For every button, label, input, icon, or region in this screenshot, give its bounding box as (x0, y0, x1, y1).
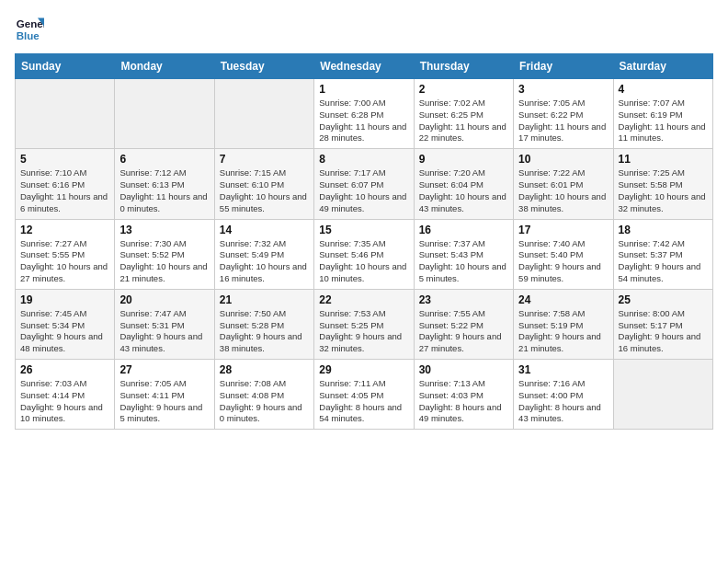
calendar-cell: 31Sunrise: 7:16 AMSunset: 4:00 PMDayligh… (514, 360, 613, 430)
sunrise-text: Sunrise: 7:02 AM (419, 98, 508, 109)
day-number: 12 (20, 224, 109, 236)
calendar-cell: 16Sunrise: 7:37 AMSunset: 5:43 PMDayligh… (414, 219, 513, 289)
daylight-text: Daylight: 10 hours and 21 minutes. (119, 261, 209, 285)
calendar-week-row: 26Sunrise: 7:03 AMSunset: 4:14 PMDayligh… (16, 360, 713, 430)
sunrise-text: Sunrise: 7:08 AM (220, 378, 309, 390)
calendar-cell (214, 79, 313, 149)
daylight-text: Daylight: 10 hours and 38 minutes. (518, 191, 608, 215)
day-info: Sunrise: 7:32 AMSunset: 5:49 PMDaylight:… (220, 238, 309, 285)
day-info: Sunrise: 7:08 AMSunset: 4:08 PMDaylight:… (220, 378, 309, 425)
sunset-text: Sunset: 5:43 PM (419, 249, 508, 261)
calendar-cell (16, 79, 115, 149)
day-number: 2 (419, 83, 508, 96)
day-info: Sunrise: 7:37 AMSunset: 5:43 PMDaylight:… (419, 238, 508, 285)
day-number: 5 (20, 153, 109, 166)
day-info: Sunrise: 7:02 AMSunset: 6:25 PMDaylight:… (419, 98, 508, 144)
sunrise-text: Sunrise: 7:47 AM (119, 308, 209, 320)
daylight-text: Daylight: 11 hours and 6 minutes. (20, 191, 109, 215)
sunset-text: Sunset: 5:52 PM (119, 249, 209, 261)
sunrise-text: Sunrise: 7:35 AM (319, 238, 408, 250)
day-info: Sunrise: 7:45 AMSunset: 5:34 PMDaylight:… (20, 308, 109, 355)
calendar-cell: 22Sunrise: 7:53 AMSunset: 5:25 PMDayligh… (314, 289, 414, 359)
day-info: Sunrise: 7:27 AMSunset: 5:55 PMDaylight:… (20, 238, 109, 285)
sunrise-text: Sunrise: 7:03 AM (20, 378, 109, 390)
calendar-week-row: 12Sunrise: 7:27 AMSunset: 5:55 PMDayligh… (16, 219, 713, 289)
calendar-cell: 11Sunrise: 7:25 AMSunset: 5:58 PMDayligh… (613, 149, 712, 219)
sunrise-text: Sunrise: 8:00 AM (619, 308, 708, 320)
day-info: Sunrise: 7:15 AMSunset: 6:10 PMDaylight:… (220, 167, 309, 214)
day-number: 21 (220, 293, 309, 306)
calendar-cell: 13Sunrise: 7:30 AMSunset: 5:52 PMDayligh… (115, 219, 214, 289)
sunset-text: Sunset: 5:19 PM (518, 320, 608, 332)
day-info: Sunrise: 7:42 AMSunset: 5:37 PMDaylight:… (619, 238, 708, 285)
daylight-text: Daylight: 9 hours and 10 minutes. (20, 402, 109, 426)
day-number: 29 (319, 363, 408, 376)
sunrise-text: Sunrise: 7:05 AM (518, 98, 608, 109)
calendar-cell: 28Sunrise: 7:08 AMSunset: 4:08 PMDayligh… (214, 360, 313, 430)
calendar-cell: 14Sunrise: 7:32 AMSunset: 5:49 PMDayligh… (214, 219, 313, 289)
sunset-text: Sunset: 5:31 PM (119, 320, 209, 332)
sunset-text: Sunset: 6:19 PM (619, 109, 708, 121)
day-number: 20 (119, 293, 209, 306)
daylight-text: Daylight: 9 hours and 38 minutes. (220, 331, 309, 355)
day-info: Sunrise: 7:05 AMSunset: 4:11 PMDaylight:… (119, 378, 209, 425)
sunrise-text: Sunrise: 7:32 AM (220, 238, 309, 250)
sunset-text: Sunset: 6:16 PM (20, 179, 109, 191)
day-info: Sunrise: 8:00 AMSunset: 5:17 PMDaylight:… (619, 308, 708, 355)
sunrise-text: Sunrise: 7:22 AM (518, 167, 608, 179)
sunrise-text: Sunrise: 7:15 AM (220, 167, 309, 179)
sunset-text: Sunset: 5:37 PM (619, 249, 708, 261)
sunrise-text: Sunrise: 7:25 AM (619, 167, 708, 179)
day-number: 9 (419, 153, 508, 166)
sunrise-text: Sunrise: 7:58 AM (518, 308, 608, 320)
day-number: 24 (518, 293, 608, 306)
day-number: 4 (619, 83, 708, 96)
calendar-cell: 9Sunrise: 7:20 AMSunset: 6:04 PMDaylight… (414, 149, 513, 219)
header: General Blue (15, 15, 713, 44)
day-number: 11 (619, 153, 708, 166)
daylight-text: Daylight: 9 hours and 59 minutes. (518, 261, 608, 285)
day-info: Sunrise: 7:40 AMSunset: 5:40 PMDaylight:… (518, 238, 608, 285)
svg-text:Blue: Blue (17, 30, 40, 41)
calendar-cell: 23Sunrise: 7:55 AMSunset: 5:22 PMDayligh… (414, 289, 513, 359)
daylight-text: Daylight: 10 hours and 5 minutes. (419, 261, 508, 285)
day-number: 31 (518, 363, 608, 376)
sunrise-text: Sunrise: 7:10 AM (20, 167, 109, 179)
day-info: Sunrise: 7:25 AMSunset: 5:58 PMDaylight:… (619, 167, 708, 214)
day-info: Sunrise: 7:07 AMSunset: 6:19 PMDaylight:… (619, 98, 708, 144)
daylight-text: Daylight: 11 hours and 17 minutes. (518, 121, 608, 145)
sunset-text: Sunset: 4:03 PM (419, 390, 508, 402)
daylight-text: Daylight: 10 hours and 55 minutes. (220, 191, 309, 215)
calendar-cell: 1Sunrise: 7:00 AMSunset: 6:28 PMDaylight… (314, 79, 414, 149)
sunset-text: Sunset: 5:22 PM (419, 320, 508, 332)
day-info: Sunrise: 7:03 AMSunset: 4:14 PMDaylight:… (20, 378, 109, 425)
sunrise-text: Sunrise: 7:42 AM (619, 238, 708, 250)
daylight-text: Daylight: 11 hours and 0 minutes. (119, 191, 209, 215)
day-info: Sunrise: 7:10 AMSunset: 6:16 PMDaylight:… (20, 167, 109, 214)
sunset-text: Sunset: 6:10 PM (220, 179, 309, 191)
calendar-cell: 17Sunrise: 7:40 AMSunset: 5:40 PMDayligh… (514, 219, 613, 289)
sunrise-text: Sunrise: 7:40 AM (518, 238, 608, 250)
sunset-text: Sunset: 5:34 PM (20, 320, 109, 332)
calendar-cell: 20Sunrise: 7:47 AMSunset: 5:31 PMDayligh… (115, 289, 214, 359)
sunrise-text: Sunrise: 7:20 AM (419, 167, 508, 179)
day-info: Sunrise: 7:16 AMSunset: 4:00 PMDaylight:… (518, 378, 608, 425)
day-number: 26 (20, 363, 109, 376)
day-info: Sunrise: 7:55 AMSunset: 5:22 PMDaylight:… (419, 308, 508, 355)
daylight-text: Daylight: 9 hours and 32 minutes. (319, 331, 408, 355)
calendar-cell: 26Sunrise: 7:03 AMSunset: 4:14 PMDayligh… (16, 360, 115, 430)
calendar-cell: 18Sunrise: 7:42 AMSunset: 5:37 PMDayligh… (613, 219, 712, 289)
sunset-text: Sunset: 6:22 PM (518, 109, 608, 121)
day-info: Sunrise: 7:50 AMSunset: 5:28 PMDaylight:… (220, 308, 309, 355)
daylight-text: Daylight: 9 hours and 54 minutes. (619, 261, 708, 285)
daylight-text: Daylight: 10 hours and 10 minutes. (319, 261, 408, 285)
sunset-text: Sunset: 4:14 PM (20, 390, 109, 402)
calendar-cell: 25Sunrise: 8:00 AMSunset: 5:17 PMDayligh… (613, 289, 712, 359)
sunset-text: Sunset: 4:00 PM (518, 390, 608, 402)
sunset-text: Sunset: 6:28 PM (319, 109, 408, 121)
calendar-cell: 27Sunrise: 7:05 AMSunset: 4:11 PMDayligh… (115, 360, 214, 430)
daylight-text: Daylight: 9 hours and 43 minutes. (119, 331, 209, 355)
sunrise-text: Sunrise: 7:37 AM (419, 238, 508, 250)
calendar-cell: 10Sunrise: 7:22 AMSunset: 6:01 PMDayligh… (514, 149, 613, 219)
day-number: 10 (518, 153, 608, 166)
